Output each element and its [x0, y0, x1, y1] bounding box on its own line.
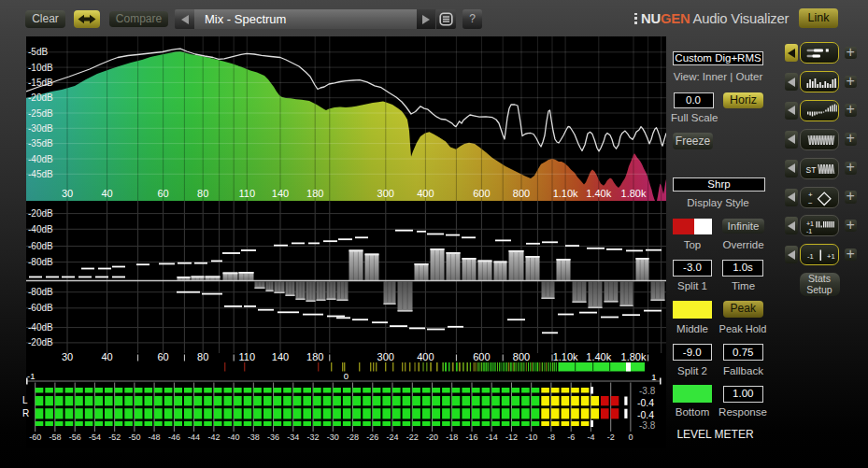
svg-text:-25dB: -25dB — [28, 108, 53, 119]
svg-text:-58: -58 — [49, 433, 61, 442]
svg-text:ST: ST — [805, 164, 816, 174]
svg-text:-42: -42 — [207, 433, 220, 442]
svg-text:40: 40 — [101, 351, 112, 362]
svg-text:-20dB: -20dB — [28, 208, 53, 219]
svg-text:-54: -54 — [89, 433, 101, 442]
svg-text:300: 300 — [377, 351, 394, 362]
svg-text:-52: -52 — [108, 433, 121, 442]
svg-text:-10dB: -10dB — [28, 63, 53, 73]
svg-text:-30: -30 — [327, 433, 339, 442]
svg-text:1.80k: 1.80k — [621, 351, 647, 362]
svg-text:30: 30 — [62, 188, 73, 199]
svg-text:-40dB: -40dB — [28, 154, 53, 164]
svg-text:+1: +1 — [827, 252, 835, 261]
svg-text:-1: -1 — [27, 371, 35, 381]
svg-text:-34: -34 — [287, 433, 299, 442]
svg-text:-22: -22 — [406, 433, 419, 442]
svg-text:−: − — [808, 199, 813, 207]
svg-text:0: 0 — [344, 371, 349, 381]
svg-text:-8: -8 — [548, 433, 555, 442]
svg-text:0: 0 — [628, 433, 633, 442]
svg-text:-5dB: -5dB — [28, 47, 48, 57]
svg-text:300: 300 — [377, 188, 394, 199]
svg-text:-4: -4 — [587, 433, 594, 442]
svg-text:-20: -20 — [426, 433, 438, 442]
svg-text:800: 800 — [513, 351, 530, 362]
svg-text:-45dB: -45dB — [28, 169, 53, 179]
svg-text:-30dB: -30dB — [28, 123, 53, 134]
svg-text:140: 140 — [272, 188, 289, 199]
svg-text:+1: +1 — [806, 220, 814, 227]
svg-text:600: 600 — [473, 188, 490, 199]
svg-text:-32: -32 — [307, 433, 320, 442]
svg-text:-38: -38 — [248, 433, 260, 442]
svg-text:-20dB: -20dB — [28, 337, 53, 347]
svg-text:-60dB: -60dB — [28, 241, 53, 251]
svg-text:180: 180 — [306, 188, 323, 199]
svg-text:-50: -50 — [128, 433, 140, 442]
svg-text:-56: -56 — [69, 433, 81, 442]
svg-text:-20dB: -20dB — [28, 92, 53, 103]
svg-text:-60: -60 — [29, 433, 41, 442]
svg-text:1.10k: 1.10k — [553, 188, 578, 199]
svg-text:60: 60 — [157, 188, 168, 199]
svg-text:40: 40 — [101, 188, 112, 199]
svg-text:-15dB: -15dB — [28, 78, 53, 88]
svg-text:-2: -2 — [607, 433, 615, 442]
svg-text:-60dB: -60dB — [28, 303, 53, 313]
svg-text:140: 140 — [272, 351, 289, 362]
svg-text:-80dB: -80dB — [28, 287, 53, 297]
svg-text:1.40k: 1.40k — [586, 188, 611, 199]
svg-text:-14: -14 — [486, 433, 498, 442]
svg-text:-18: -18 — [446, 433, 458, 442]
svg-text:-1: -1 — [807, 252, 814, 261]
svg-text:-48: -48 — [149, 433, 161, 442]
svg-text:110: 110 — [239, 351, 256, 362]
svg-text:-40: -40 — [228, 433, 240, 442]
svg-text:-28: -28 — [347, 433, 359, 442]
svg-text:-46: -46 — [168, 433, 180, 442]
svg-text:400: 400 — [417, 188, 434, 199]
svg-text:1: 1 — [651, 372, 656, 382]
svg-text:-24: -24 — [386, 433, 398, 442]
svg-text:-36: -36 — [267, 433, 279, 442]
svg-text:60: 60 — [157, 351, 168, 362]
svg-text:-44: -44 — [188, 433, 200, 442]
svg-text:1.40k: 1.40k — [586, 351, 611, 362]
svg-text:+: + — [808, 191, 813, 199]
svg-text:1.80k: 1.80k — [621, 188, 647, 199]
svg-text:110: 110 — [239, 188, 256, 199]
svg-text:400: 400 — [417, 351, 434, 362]
svg-text:800: 800 — [513, 188, 530, 199]
svg-text:180: 180 — [306, 351, 323, 362]
svg-text:-40dB: -40dB — [28, 224, 53, 234]
svg-text:-1: -1 — [806, 228, 812, 234]
svg-text:1.10k: 1.10k — [553, 351, 578, 362]
svg-text:30: 30 — [62, 351, 73, 362]
svg-text:-16: -16 — [465, 433, 477, 442]
svg-text:-6: -6 — [567, 433, 575, 442]
svg-text:80: 80 — [197, 351, 208, 362]
svg-text:-12: -12 — [505, 433, 518, 442]
svg-text:600: 600 — [473, 351, 490, 362]
svg-text:-40dB: -40dB — [28, 322, 53, 333]
svg-text:-10: -10 — [525, 433, 537, 442]
svg-text:-26: -26 — [366, 433, 378, 442]
svg-text:80: 80 — [197, 188, 208, 199]
svg-text:-80dB: -80dB — [28, 257, 53, 267]
svg-text:-35dB: -35dB — [28, 138, 53, 149]
